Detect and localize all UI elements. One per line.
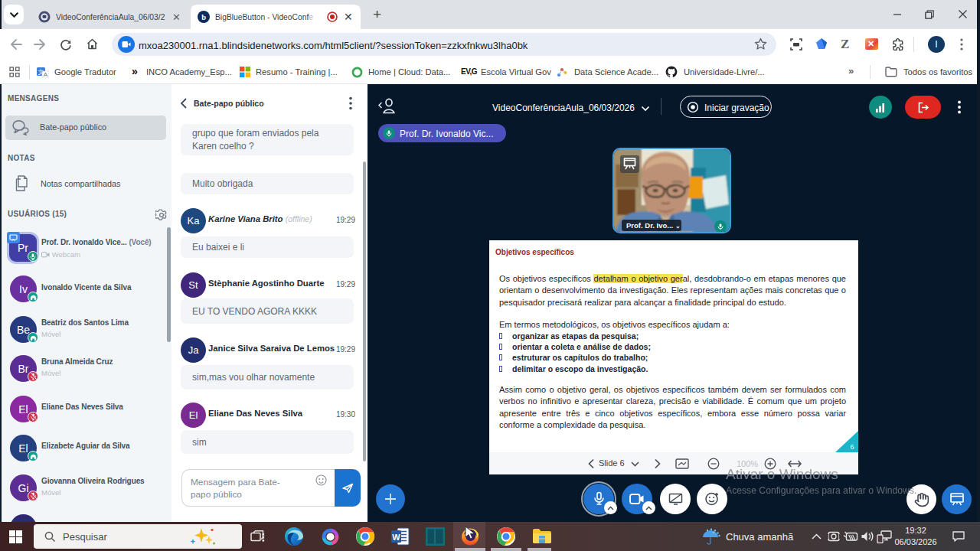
svg-text:6: 6 xyxy=(850,443,854,451)
svg-text:W: W xyxy=(392,533,400,542)
